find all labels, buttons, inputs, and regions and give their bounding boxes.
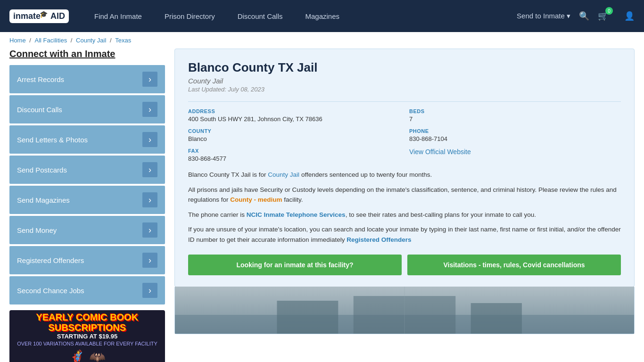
logo-text-inmate: inmate — [13, 11, 41, 21]
desc3-text: The phone carrier is — [188, 211, 247, 218]
facility-card: Blanco County TX Jail County Jail Last U… — [174, 49, 635, 287]
info-phone: PHONE 830-868-7104 — [409, 128, 621, 142]
sidebar-arrow-send-magazines: › — [142, 192, 157, 207]
action-buttons: Looking for an inmate at this facility? … — [188, 255, 621, 275]
breadcrumb-sep-2: / — [71, 37, 74, 44]
breadcrumb-texas[interactable]: Texas — [115, 37, 131, 44]
sidebar-label-send-letters: Send Letters & Photos — [17, 136, 88, 144]
info-website: View Official Website — [409, 148, 621, 162]
svg-rect-2 — [277, 301, 338, 334]
info-address: ADDRESS 400 South US HWY 281, Johnson Ci… — [188, 108, 400, 123]
ad-title-line2: SUBSCRIPTIONS — [49, 322, 126, 333]
info-beds: BEDS 7 — [409, 108, 621, 123]
nav-magazines[interactable]: Magazines — [294, 0, 351, 32]
sidebar-arrow-send-money: › — [142, 222, 157, 238]
sidebar-arrow-send-letters: › — [142, 132, 157, 147]
nav-discount-calls[interactable]: Discount Calls — [226, 0, 294, 32]
sidebar-title: Connect with an Inmate — [9, 49, 165, 59]
website-link[interactable]: View Official Website — [409, 148, 471, 156]
nav-find-inmate[interactable]: Find An Inmate — [83, 0, 153, 32]
ad-banner[interactable]: YEARLY COMIC BOOK SUBSCRIPTIONS STARTING… — [9, 310, 165, 362]
user-icon[interactable]: 👤 — [624, 11, 635, 21]
fax-label: FAX — [188, 148, 400, 154]
looking-for-inmate-button[interactable]: Looking for an inmate at this facility? — [188, 255, 402, 275]
county-value: Blanco — [188, 135, 400, 142]
registered-offenders-link[interactable]: Registered Offenders — [347, 236, 411, 243]
facility-image — [174, 287, 635, 334]
breadcrumb-county-jail[interactable]: County Jail — [76, 37, 106, 44]
sidebar-item-send-money[interactable]: Send Money › — [9, 216, 165, 244]
sidebar-label-send-magazines: Send Magazines — [17, 196, 70, 204]
sidebar-arrow-discount-calls: › — [142, 102, 157, 117]
nav-links: Find An Inmate Prison Directory Discount… — [83, 0, 517, 32]
breadcrumb-all-facilities[interactable]: All Facilities — [35, 37, 67, 44]
fax-value: 830-868-4577 — [188, 155, 400, 162]
sidebar-item-send-magazines[interactable]: Send Magazines › — [9, 186, 165, 214]
sidebar-arrow-second-chance-jobs: › — [142, 283, 157, 298]
logo-hat-icon: 🎓 — [40, 10, 48, 18]
sidebar-label-send-money: Send Money — [17, 226, 57, 234]
sidebar-label-arrest-records: Arrest Records — [17, 75, 64, 83]
navbar: inmate 🎓 AID Find An Inmate Prison Direc… — [0, 0, 644, 32]
sidebar: Connect with an Inmate Arrest Records › … — [9, 49, 165, 362]
info-grid: ADDRESS 400 South US HWY 281, Johnson Ci… — [188, 101, 621, 162]
sidebar-item-discount-calls[interactable]: Discount Calls › — [9, 95, 165, 123]
desc-3: The phone carrier is NCIC Inmate Telepho… — [188, 210, 621, 220]
desc3-rest: , to see their rates and best-calling pl… — [346, 211, 536, 218]
sidebar-label-send-postcards: Send Postcards — [17, 166, 67, 174]
desc-2: All prisons and jails have Security or C… — [188, 185, 621, 205]
address-value: 400 South US HWY 281, Johnson City, TX 7… — [188, 115, 400, 123]
sidebar-item-arrest-records[interactable]: Arrest Records › — [9, 65, 165, 93]
sidebar-label-discount-calls: Discount Calls — [17, 106, 62, 114]
sidebar-label-registered-offenders: Registered Offenders — [17, 256, 84, 264]
facility-type: County Jail — [188, 77, 621, 85]
desc-1: Blanco County TX Jail is for County Jail… — [188, 170, 621, 180]
cart-badge: 0 — [605, 7, 613, 15]
superman-icon: 🦸 — [69, 349, 85, 362]
sidebar-item-send-postcards[interactable]: Send Postcards › — [9, 156, 165, 184]
ad-subtitle-line3: STARTING AT $19.95 — [57, 333, 117, 340]
visitations-button[interactable]: Visitations - times, rules, Covid cancel… — [407, 255, 621, 275]
desc2-rest: facility. — [282, 196, 303, 203]
nav-prison-directory[interactable]: Prison Directory — [153, 0, 226, 32]
beds-value: 7 — [409, 115, 621, 123]
ad-subtitle-line4: OVER 100 VARIATIONS AVAILABLE FOR EVERY … — [17, 341, 157, 346]
county-jail-link[interactable]: County Jail — [268, 171, 299, 178]
phone-label: PHONE — [409, 128, 621, 134]
breadcrumb-sep-1: / — [29, 37, 33, 44]
ncic-link[interactable]: NCIC Inmate Telephone Services — [247, 211, 346, 218]
facility-name: Blanco County TX Jail — [188, 60, 621, 75]
county-medium-link[interactable]: County - medium — [230, 196, 282, 203]
batman-icon: 🦇 — [89, 349, 106, 362]
facility-updated: Last Updated: July 08, 2023 — [188, 86, 621, 93]
ad-title-line1: YEARLY COMIC BOOK — [36, 312, 139, 322]
breadcrumb-sep-3: / — [110, 37, 113, 44]
beds-label: BEDS — [409, 108, 621, 114]
ad-heroes: 🦸 🦇 — [69, 349, 106, 362]
breadcrumb: Home / All Facilities / County Jail / Te… — [0, 32, 644, 49]
nav-right: Send to Inmate ▾ 🔍 🛒 0 👤 — [517, 11, 635, 21]
main-content: Blanco County TX Jail County Jail Last U… — [174, 49, 635, 362]
send-to-inmate-button[interactable]: Send to Inmate ▾ — [517, 12, 570, 20]
logo[interactable]: inmate 🎓 AID — [9, 9, 69, 23]
sidebar-arrow-arrest-records: › — [142, 72, 157, 87]
sidebar-arrow-send-postcards: › — [142, 162, 157, 177]
logo-text-aid: AID — [50, 11, 65, 21]
phone-value: 830-868-7104 — [409, 135, 621, 142]
sidebar-item-send-letters[interactable]: Send Letters & Photos › — [9, 125, 165, 154]
svg-rect-4 — [471, 303, 522, 334]
desc-4: If you are unsure of your inmate's locat… — [188, 224, 621, 245]
desc1-text: Blanco County TX Jail is for — [188, 171, 268, 178]
county-label: COUNTY — [188, 128, 400, 134]
sidebar-label-second-chance-jobs: Second Chance Jobs — [17, 287, 84, 295]
info-fax: FAX 830-868-4577 — [188, 148, 400, 162]
main-layout: Connect with an Inmate Arrest Records › … — [0, 49, 644, 362]
search-icon[interactable]: 🔍 — [579, 11, 589, 21]
breadcrumb-home[interactable]: Home — [9, 37, 26, 44]
desc1-rest: offenders sentenced up to twenty four mo… — [299, 171, 432, 178]
sidebar-item-registered-offenders[interactable]: Registered Offenders › — [9, 246, 165, 274]
sidebar-arrow-registered-offenders: › — [142, 253, 157, 268]
sidebar-item-second-chance-jobs[interactable]: Second Chance Jobs › — [9, 276, 165, 304]
info-county: COUNTY Blanco — [188, 128, 400, 142]
address-label: ADDRESS — [188, 108, 400, 114]
